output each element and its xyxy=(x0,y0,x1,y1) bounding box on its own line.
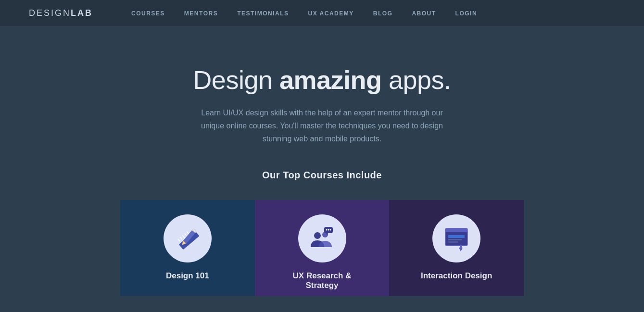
svg-point-14 xyxy=(329,229,331,230)
ux-research-icon xyxy=(307,223,338,254)
interaction-design-icon xyxy=(442,224,471,253)
nav-link-about[interactable]: ABOUT xyxy=(412,10,436,17)
course-card-design101[interactable]: Design 101 xyxy=(120,200,255,296)
nav-link-ux-academy[interactable]: UX ACADEMY xyxy=(308,10,354,17)
brand-logo[interactable]: DESIGNLAB xyxy=(29,8,93,18)
svg-rect-20 xyxy=(448,241,458,243)
hero-title-pre: Design xyxy=(193,65,279,94)
nav-link-blog[interactable]: BLOG xyxy=(373,10,393,17)
nav-link-mentors[interactable]: MENTORS xyxy=(184,10,218,17)
courses-section-title: Our Top Courses Include xyxy=(262,170,382,181)
course-title-ux-research: UX Research &Strategy xyxy=(293,271,352,290)
nav-item-courses[interactable]: COURSES xyxy=(131,9,165,17)
card-icon-circle-ux xyxy=(298,214,346,262)
nav-link-courses[interactable]: COURSES xyxy=(131,10,165,17)
logo-lab: LAB xyxy=(71,8,93,18)
svg-line-4 xyxy=(185,233,187,236)
svg-line-5 xyxy=(187,231,189,234)
navbar: DESIGNLAB COURSES MENTORS TESTIMONIALS U… xyxy=(0,0,644,26)
course-card-interaction[interactable]: Interaction Design xyxy=(389,200,524,296)
svg-point-9 xyxy=(314,232,321,239)
nav-links: COURSES MENTORS TESTIMONIALS UX ACADEMY … xyxy=(131,9,477,17)
hero-title: Design amazing apps. xyxy=(193,65,451,95)
card-icon-circle-interaction xyxy=(432,214,480,262)
course-title-design101: Design 101 xyxy=(166,271,209,281)
nav-item-login[interactable]: LOGIN xyxy=(455,9,478,17)
svg-point-12 xyxy=(326,229,327,230)
svg-rect-18 xyxy=(448,235,465,238)
courses-grid: Design 101 xyxy=(10,200,634,296)
nav-item-about[interactable]: ABOUT xyxy=(412,9,436,17)
course-card-ux-research[interactable]: UX Research &Strategy xyxy=(255,200,390,296)
nav-item-blog[interactable]: BLOG xyxy=(373,9,393,17)
nav-link-testimonials[interactable]: TESTIMONIALS xyxy=(237,10,289,17)
nav-item-mentors[interactable]: MENTORS xyxy=(184,9,218,17)
logo-design: DESIGN xyxy=(29,8,71,18)
course-title-interaction: Interaction Design xyxy=(421,271,492,281)
hero-section: Design amazing apps. Learn UI/UX design … xyxy=(0,26,644,312)
svg-rect-24 xyxy=(460,245,462,249)
hero-subtitle: Learn UI/UX design skills with the help … xyxy=(197,106,447,146)
nav-item-ux-academy[interactable]: UX ACADEMY xyxy=(308,9,354,17)
svg-line-3 xyxy=(182,235,185,238)
pencil-ruler-icon xyxy=(173,224,202,253)
svg-point-13 xyxy=(328,229,329,230)
nav-link-login[interactable]: LOGIN xyxy=(455,10,478,17)
svg-rect-17 xyxy=(445,228,467,232)
svg-line-1 xyxy=(178,239,180,241)
card-icon-circle-design101 xyxy=(164,214,212,262)
hero-title-post: apps. xyxy=(382,65,451,94)
nav-item-testimonials[interactable]: TESTIMONIALS xyxy=(237,9,289,17)
svg-rect-19 xyxy=(448,239,462,240)
svg-line-2 xyxy=(180,237,182,239)
hero-title-bold: amazing xyxy=(279,65,382,94)
